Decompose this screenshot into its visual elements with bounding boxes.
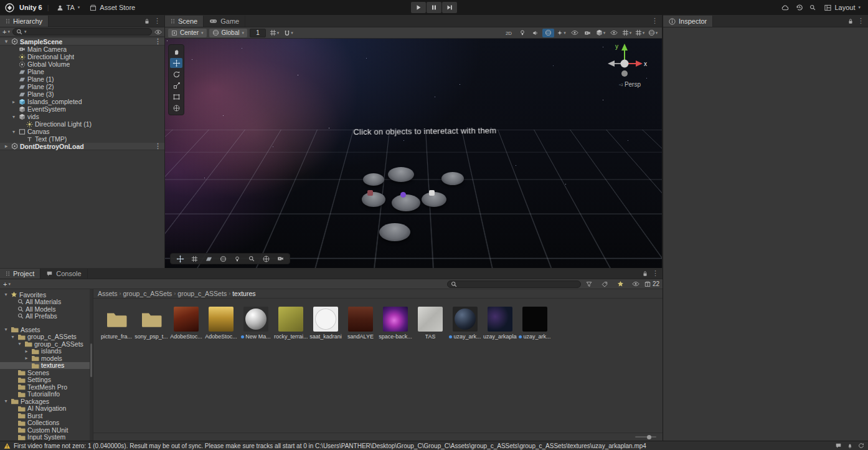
asset-item-picture-fra[interactable]: picture_fra... <box>100 307 133 340</box>
hierarchy-item-plane-2[interactable]: Plane (2) <box>0 83 164 90</box>
expand-arrow-icon[interactable]: ▸ <box>11 99 17 105</box>
asset-item-space-back[interactable]: space-back... <box>379 307 412 340</box>
panel-menu-icon[interactable]: ⋮ <box>857 17 864 24</box>
search-icon[interactable] <box>809 4 816 11</box>
undo-history-icon[interactable] <box>796 4 803 11</box>
expand-arrow-icon[interactable]: ▾ <box>11 129 17 135</box>
asset-item-sandalye[interactable]: sandALYE <box>344 307 377 340</box>
move-tool-button[interactable] <box>170 58 182 68</box>
island-object[interactable] <box>362 192 385 207</box>
project-tree-item-group-c-assets[interactable]: ▾group_c_ASSets <box>0 340 93 348</box>
create-object-button[interactable]: +▾ <box>2 28 10 36</box>
project-tree-item-favorites[interactable]: ▾Favorites <box>0 291 93 299</box>
scene-viewport[interactable]: Click on objects to interetact with them… <box>165 39 662 268</box>
hierarchy-item-islands-completed[interactable]: ▸Islands_completed <box>0 98 164 105</box>
hierarchy-item-plane-3[interactable]: Plane (3) <box>0 90 164 98</box>
component-dropdown-button[interactable]: ▾ <box>595 29 606 37</box>
step-button[interactable] <box>442 2 457 13</box>
hierarchy-item-global-volume[interactable]: Global Volume <box>0 60 164 68</box>
pan-button[interactable] <box>174 254 186 263</box>
island-prop[interactable] <box>400 192 406 198</box>
asset-item-uzay-ark[interactable]: uzay_ark... <box>448 307 482 340</box>
project-tree-item-scenes[interactable]: Scenes <box>0 369 93 376</box>
lock-icon[interactable] <box>144 18 150 24</box>
snap-settings-dropdown[interactable]: ▾ <box>283 29 295 37</box>
hierarchy-item-main-camera[interactable]: Main Camera <box>0 45 164 53</box>
view-options-button[interactable]: 2D <box>503 29 515 37</box>
snap-increment-field[interactable]: 1 <box>250 29 266 37</box>
expand-arrow-icon[interactable]: ▾ <box>10 334 16 340</box>
hierarchy-item-vids[interactable]: ▾vids <box>0 113 164 120</box>
hierarchy-item-plane-1[interactable]: Plane (1) <box>0 75 164 83</box>
tab-console[interactable]: Console <box>40 269 87 279</box>
overlay-visibility-button[interactable] <box>608 29 620 37</box>
status-bar[interactable]: First video frame not zero: 1 (0.040000s… <box>0 441 868 450</box>
project-tree-item-textmesh-pro[interactable]: TextMesh Pro <box>0 383 93 391</box>
project-tree-item-packages[interactable]: ▾Packages <box>0 398 93 405</box>
lock-icon[interactable] <box>847 18 854 24</box>
hierarchy-item-dontdestroyonload[interactable]: ▸DontDestroyOnLoad⋮ <box>0 143 164 150</box>
island-object[interactable] <box>441 172 464 185</box>
hidden-packages-button[interactable] <box>630 280 642 289</box>
grid-toggle-button[interactable] <box>188 254 200 263</box>
save-search-button[interactable] <box>615 280 626 289</box>
tab-game[interactable]: Game <box>204 16 245 27</box>
refresh-icon[interactable] <box>858 443 864 449</box>
asset-store-button[interactable]: Asset Store <box>87 2 138 12</box>
hierarchy-search-input[interactable] <box>28 29 148 36</box>
lighting-toggle-button[interactable] <box>516 29 528 37</box>
panel-menu-icon[interactable]: ⋮ <box>652 270 659 277</box>
island-object[interactable] <box>388 167 414 182</box>
breadcrumb-item-group-c-assets[interactable]: group_c_ASSets <box>123 290 172 297</box>
cloud-icon[interactable] <box>781 4 790 11</box>
project-tree-item-group-c-assets[interactable]: ▾group_c_ASSets <box>0 333 93 341</box>
project-search[interactable] <box>447 280 581 288</box>
pivot-mode-dropdown[interactable]: Center ▾ <box>168 29 207 37</box>
project-tree-item-all-materials[interactable]: All Materials <box>0 299 93 306</box>
expand-arrow-icon[interactable]: ▾ <box>17 341 22 347</box>
tab-project[interactable]: Project <box>0 269 40 279</box>
scene-visibility-filter-icon[interactable] <box>154 29 162 35</box>
hierarchy-item-text-tmp[interactable]: Text (TMP) <box>0 135 164 143</box>
project-search-input[interactable] <box>459 280 577 287</box>
hierarchy-item-canvas[interactable]: ▾Canvas <box>0 128 164 135</box>
item-options-icon[interactable]: ⋮ <box>154 38 161 45</box>
project-tree-item-tutorialinfo[interactable]: TutorialInfo <box>0 391 93 398</box>
effects-dropdown-button[interactable]: ▾ <box>555 29 567 37</box>
play-button[interactable] <box>411 2 426 13</box>
project-tree-item-models[interactable]: ▸models <box>0 355 93 362</box>
grid-snap-dropdown[interactable]: ▾ <box>268 29 280 37</box>
plane-button[interactable] <box>202 254 215 263</box>
island-object[interactable] <box>392 194 420 211</box>
label-filter-button[interactable] <box>599 280 611 289</box>
expand-arrow-icon[interactable]: ▾ <box>11 114 17 120</box>
asset-item-adobestoc[interactable]: AdobeStoc... <box>169 307 203 340</box>
hierarchy-item-directional-light[interactable]: Directional Light <box>0 53 164 60</box>
hierarchy-item-samplescene[interactable]: ▾SampleScene⋮ <box>0 38 164 45</box>
island-prop[interactable] <box>429 190 435 196</box>
hierarchy-search[interactable]: ▾ <box>12 28 152 36</box>
scale-tool-button[interactable] <box>170 80 182 90</box>
item-options-icon[interactable]: ⋮ <box>154 143 161 150</box>
rotate-tool-button[interactable] <box>170 69 182 79</box>
project-tree-item-settings[interactable]: Settings <box>0 376 93 384</box>
project-tree-item-burst[interactable]: Burst <box>0 412 93 419</box>
gizmos-dropdown-button[interactable]: ▾ <box>647 29 659 37</box>
view-tool-button[interactable] <box>170 47 182 57</box>
project-tree-item-all-models[interactable]: All Models <box>0 305 93 313</box>
account-dropdown[interactable]: TA ▾ <box>54 2 83 12</box>
tab-inspector[interactable]: Inspector <box>663 16 713 27</box>
expand-arrow-icon[interactable]: ▾ <box>3 327 9 332</box>
layout-dropdown[interactable]: Layout ▾ <box>822 2 863 12</box>
project-tree-item-input-system[interactable]: Input System <box>0 434 93 441</box>
asset-item-adobestoc[interactable]: AdobeStoc... <box>204 307 238 340</box>
light-button[interactable] <box>231 254 243 263</box>
measure-dropdown-button[interactable]: ▾ <box>621 29 633 37</box>
project-tree-item-ai-navigation[interactable]: AI Navigation <box>0 405 93 413</box>
island-object[interactable] <box>363 173 384 186</box>
island-object[interactable] <box>379 223 410 241</box>
pause-button[interactable] <box>427 2 441 13</box>
notifications-icon[interactable] <box>847 443 853 449</box>
expand-arrow-icon[interactable]: ▸ <box>24 355 29 361</box>
type-filter-button[interactable] <box>583 280 595 289</box>
